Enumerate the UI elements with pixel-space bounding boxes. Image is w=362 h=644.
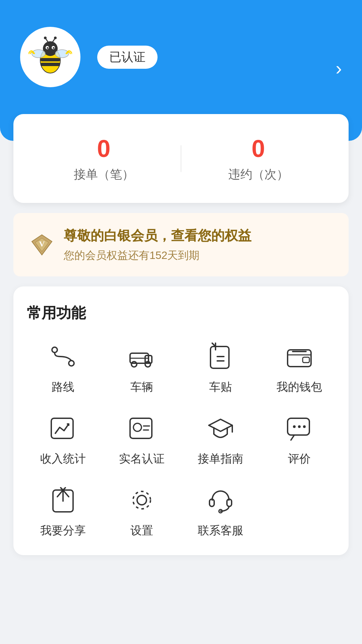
svg-rect-25 [210, 346, 229, 368]
function-review[interactable]: 评价 [263, 412, 335, 467]
svg-point-18 [52, 347, 57, 353]
vehicle-icon [125, 340, 159, 373]
member-icon: V [30, 233, 54, 257]
function-car-sticker[interactable]: 车贴 [184, 340, 256, 395]
member-banner[interactable]: V 尊敬的白银会员，查看您的权益 您的会员权益还有152天到期 [13, 213, 349, 276]
function-vehicle[interactable]: 车辆 [106, 340, 178, 395]
member-subtitle: 您的会员权益还有152天到期 [64, 248, 332, 263]
function-share[interactable]: 我要分享 [27, 483, 99, 538]
customer-service-icon [204, 483, 237, 517]
income-stats-icon [46, 412, 80, 445]
svg-rect-32 [303, 357, 309, 363]
route-icon [46, 340, 80, 373]
functions-title: 常用功能 [27, 303, 335, 323]
orders-stat: 0 接单（笔） [27, 134, 181, 183]
svg-text:V: V [39, 239, 45, 248]
function-order-guide[interactable]: 接单指南 [184, 412, 256, 467]
svg-rect-34 [51, 418, 73, 438]
stats-card: 0 接单（笔） 0 违约（次） [13, 114, 349, 203]
svg-point-49 [137, 495, 146, 505]
function-wallet-label: 我的钱包 [277, 379, 322, 395]
function-real-name[interactable]: 实名认证 [106, 412, 178, 467]
function-vehicle-label: 车辆 [130, 379, 153, 395]
orders-count: 0 [27, 134, 181, 163]
svg-rect-3 [41, 63, 60, 66]
function-wallet[interactable]: 我的钱包 [263, 340, 335, 395]
function-income-stats-label: 收入统计 [40, 451, 86, 467]
function-route[interactable]: 路线 [27, 340, 99, 395]
svg-point-11 [44, 37, 47, 39]
order-guide-icon [204, 412, 237, 445]
real-name-icon [125, 412, 159, 445]
svg-point-7 [47, 47, 49, 49]
violations-stat: 0 违约（次） [181, 134, 335, 183]
svg-point-50 [133, 491, 150, 509]
member-title: 尊敬的白银会员，查看您的权益 [64, 226, 332, 245]
svg-point-19 [69, 361, 74, 366]
svg-point-8 [53, 47, 55, 49]
svg-rect-2 [41, 58, 60, 61]
svg-line-47 [57, 490, 63, 497]
function-settings-label: 设置 [130, 523, 153, 538]
svg-point-36 [133, 423, 141, 431]
svg-point-42 [293, 425, 296, 428]
svg-marker-39 [209, 419, 232, 431]
svg-point-44 [303, 425, 306, 428]
settings-icon [125, 483, 159, 517]
member-text: 尊敬的白银会员，查看您的权益 您的会员权益还有152天到期 [64, 226, 332, 263]
orders-label: 接单（笔） [27, 166, 181, 183]
svg-point-12 [54, 37, 57, 39]
car-sticker-icon [204, 340, 237, 373]
function-customer-service[interactable]: 联系客服 [184, 483, 256, 538]
function-share-label: 我要分享 [40, 523, 86, 538]
function-review-label: 评价 [288, 451, 311, 467]
avatar[interactable] [20, 27, 80, 87]
profile-chevron-icon[interactable]: › [336, 57, 342, 79]
functions-grid: 路线 车辆 [27, 340, 335, 538]
wallet-icon [283, 340, 316, 373]
review-icon [283, 412, 316, 445]
verified-badge[interactable]: 已认证 [97, 46, 158, 69]
svg-point-43 [298, 425, 301, 428]
share-icon [46, 483, 80, 517]
svg-line-48 [63, 490, 69, 497]
violations-count: 0 [181, 134, 335, 163]
function-customer-service-label: 联系客服 [198, 523, 243, 538]
function-income-stats[interactable]: 收入统计 [27, 412, 99, 467]
svg-rect-30 [288, 350, 311, 367]
function-order-guide-label: 接单指南 [198, 451, 243, 467]
functions-card: 常用功能 路线 [13, 286, 349, 555]
svg-point-22 [131, 362, 137, 367]
function-settings[interactable]: 设置 [106, 483, 178, 538]
function-car-sticker-label: 车贴 [209, 379, 232, 395]
function-route-label: 路线 [52, 379, 74, 395]
violations-label: 违约（次） [181, 166, 335, 183]
function-real-name-label: 实名认证 [119, 451, 165, 467]
